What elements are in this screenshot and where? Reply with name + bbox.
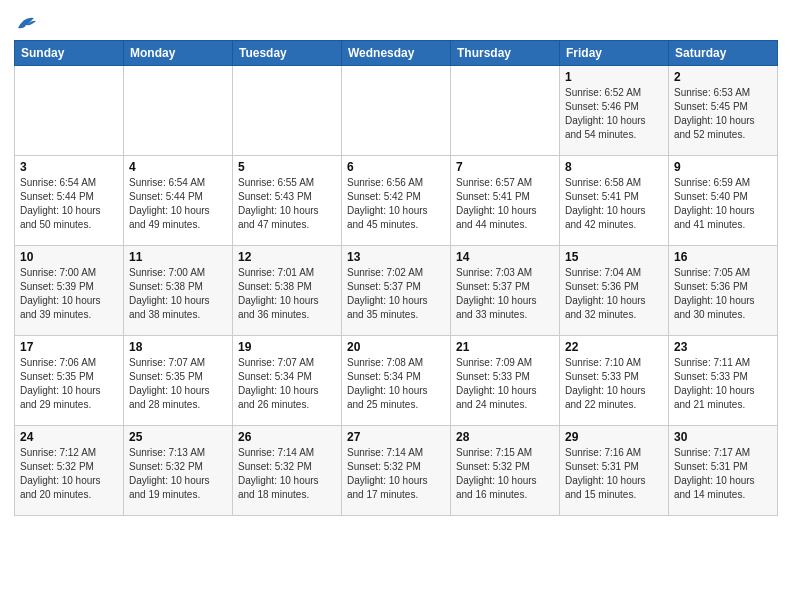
day-info: Sunrise: 6:58 AM Sunset: 5:41 PM Dayligh… bbox=[565, 176, 663, 232]
calendar-week-2: 3Sunrise: 6:54 AM Sunset: 5:44 PM Daylig… bbox=[15, 156, 778, 246]
calendar-cell: 30Sunrise: 7:17 AM Sunset: 5:31 PM Dayli… bbox=[669, 426, 778, 516]
day-number: 1 bbox=[565, 70, 663, 84]
day-info: Sunrise: 6:54 AM Sunset: 5:44 PM Dayligh… bbox=[20, 176, 118, 232]
day-number: 2 bbox=[674, 70, 772, 84]
logo-text bbox=[14, 14, 38, 36]
day-info: Sunrise: 7:09 AM Sunset: 5:33 PM Dayligh… bbox=[456, 356, 554, 412]
day-number: 14 bbox=[456, 250, 554, 264]
day-info: Sunrise: 6:56 AM Sunset: 5:42 PM Dayligh… bbox=[347, 176, 445, 232]
day-number: 13 bbox=[347, 250, 445, 264]
calendar-cell: 12Sunrise: 7:01 AM Sunset: 5:38 PM Dayli… bbox=[233, 246, 342, 336]
day-info: Sunrise: 7:10 AM Sunset: 5:33 PM Dayligh… bbox=[565, 356, 663, 412]
calendar-cell: 23Sunrise: 7:11 AM Sunset: 5:33 PM Dayli… bbox=[669, 336, 778, 426]
calendar-week-3: 10Sunrise: 7:00 AM Sunset: 5:39 PM Dayli… bbox=[15, 246, 778, 336]
calendar-cell: 16Sunrise: 7:05 AM Sunset: 5:36 PM Dayli… bbox=[669, 246, 778, 336]
calendar-cell: 27Sunrise: 7:14 AM Sunset: 5:32 PM Dayli… bbox=[342, 426, 451, 516]
day-number: 10 bbox=[20, 250, 118, 264]
day-info: Sunrise: 6:54 AM Sunset: 5:44 PM Dayligh… bbox=[129, 176, 227, 232]
day-info: Sunrise: 7:14 AM Sunset: 5:32 PM Dayligh… bbox=[347, 446, 445, 502]
day-info: Sunrise: 7:07 AM Sunset: 5:35 PM Dayligh… bbox=[129, 356, 227, 412]
day-header-tuesday: Tuesday bbox=[233, 41, 342, 66]
calendar-cell: 11Sunrise: 7:00 AM Sunset: 5:38 PM Dayli… bbox=[124, 246, 233, 336]
calendar-cell bbox=[15, 66, 124, 156]
day-info: Sunrise: 7:11 AM Sunset: 5:33 PM Dayligh… bbox=[674, 356, 772, 412]
day-info: Sunrise: 7:14 AM Sunset: 5:32 PM Dayligh… bbox=[238, 446, 336, 502]
calendar-cell: 13Sunrise: 7:02 AM Sunset: 5:37 PM Dayli… bbox=[342, 246, 451, 336]
day-header-friday: Friday bbox=[560, 41, 669, 66]
calendar-cell: 19Sunrise: 7:07 AM Sunset: 5:34 PM Dayli… bbox=[233, 336, 342, 426]
day-number: 26 bbox=[238, 430, 336, 444]
day-number: 6 bbox=[347, 160, 445, 174]
calendar-cell: 21Sunrise: 7:09 AM Sunset: 5:33 PM Dayli… bbox=[451, 336, 560, 426]
day-number: 22 bbox=[565, 340, 663, 354]
day-info: Sunrise: 7:07 AM Sunset: 5:34 PM Dayligh… bbox=[238, 356, 336, 412]
day-number: 11 bbox=[129, 250, 227, 264]
calendar-cell: 6Sunrise: 6:56 AM Sunset: 5:42 PM Daylig… bbox=[342, 156, 451, 246]
calendar-cell: 22Sunrise: 7:10 AM Sunset: 5:33 PM Dayli… bbox=[560, 336, 669, 426]
calendar-cell: 28Sunrise: 7:15 AM Sunset: 5:32 PM Dayli… bbox=[451, 426, 560, 516]
calendar-cell: 1Sunrise: 6:52 AM Sunset: 5:46 PM Daylig… bbox=[560, 66, 669, 156]
day-info: Sunrise: 7:01 AM Sunset: 5:38 PM Dayligh… bbox=[238, 266, 336, 322]
header bbox=[14, 10, 778, 36]
day-number: 8 bbox=[565, 160, 663, 174]
day-info: Sunrise: 6:55 AM Sunset: 5:43 PM Dayligh… bbox=[238, 176, 336, 232]
day-header-thursday: Thursday bbox=[451, 41, 560, 66]
calendar-cell: 17Sunrise: 7:06 AM Sunset: 5:35 PM Dayli… bbox=[15, 336, 124, 426]
calendar-cell: 9Sunrise: 6:59 AM Sunset: 5:40 PM Daylig… bbox=[669, 156, 778, 246]
day-info: Sunrise: 7:00 AM Sunset: 5:38 PM Dayligh… bbox=[129, 266, 227, 322]
logo bbox=[14, 10, 38, 36]
calendar-week-5: 24Sunrise: 7:12 AM Sunset: 5:32 PM Dayli… bbox=[15, 426, 778, 516]
day-number: 27 bbox=[347, 430, 445, 444]
day-header-saturday: Saturday bbox=[669, 41, 778, 66]
day-number: 23 bbox=[674, 340, 772, 354]
day-number: 24 bbox=[20, 430, 118, 444]
day-number: 19 bbox=[238, 340, 336, 354]
calendar-cell: 10Sunrise: 7:00 AM Sunset: 5:39 PM Dayli… bbox=[15, 246, 124, 336]
day-number: 7 bbox=[456, 160, 554, 174]
calendar-cell: 15Sunrise: 7:04 AM Sunset: 5:36 PM Dayli… bbox=[560, 246, 669, 336]
day-number: 12 bbox=[238, 250, 336, 264]
day-info: Sunrise: 7:06 AM Sunset: 5:35 PM Dayligh… bbox=[20, 356, 118, 412]
day-number: 18 bbox=[129, 340, 227, 354]
calendar-cell bbox=[233, 66, 342, 156]
day-number: 3 bbox=[20, 160, 118, 174]
day-info: Sunrise: 7:08 AM Sunset: 5:34 PM Dayligh… bbox=[347, 356, 445, 412]
day-header-wednesday: Wednesday bbox=[342, 41, 451, 66]
calendar-cell: 18Sunrise: 7:07 AM Sunset: 5:35 PM Dayli… bbox=[124, 336, 233, 426]
day-info: Sunrise: 6:57 AM Sunset: 5:41 PM Dayligh… bbox=[456, 176, 554, 232]
day-header-sunday: Sunday bbox=[15, 41, 124, 66]
day-info: Sunrise: 7:03 AM Sunset: 5:37 PM Dayligh… bbox=[456, 266, 554, 322]
day-number: 15 bbox=[565, 250, 663, 264]
day-header-monday: Monday bbox=[124, 41, 233, 66]
calendar-cell bbox=[451, 66, 560, 156]
page: SundayMondayTuesdayWednesdayThursdayFrid… bbox=[0, 0, 792, 526]
calendar-week-4: 17Sunrise: 7:06 AM Sunset: 5:35 PM Dayli… bbox=[15, 336, 778, 426]
calendar-cell: 29Sunrise: 7:16 AM Sunset: 5:31 PM Dayli… bbox=[560, 426, 669, 516]
day-number: 21 bbox=[456, 340, 554, 354]
day-info: Sunrise: 7:02 AM Sunset: 5:37 PM Dayligh… bbox=[347, 266, 445, 322]
day-info: Sunrise: 7:04 AM Sunset: 5:36 PM Dayligh… bbox=[565, 266, 663, 322]
day-info: Sunrise: 7:17 AM Sunset: 5:31 PM Dayligh… bbox=[674, 446, 772, 502]
day-number: 20 bbox=[347, 340, 445, 354]
day-info: Sunrise: 7:15 AM Sunset: 5:32 PM Dayligh… bbox=[456, 446, 554, 502]
calendar-cell: 26Sunrise: 7:14 AM Sunset: 5:32 PM Dayli… bbox=[233, 426, 342, 516]
calendar-cell: 2Sunrise: 6:53 AM Sunset: 5:45 PM Daylig… bbox=[669, 66, 778, 156]
day-number: 9 bbox=[674, 160, 772, 174]
calendar-cell: 3Sunrise: 6:54 AM Sunset: 5:44 PM Daylig… bbox=[15, 156, 124, 246]
day-number: 17 bbox=[20, 340, 118, 354]
calendar-cell: 20Sunrise: 7:08 AM Sunset: 5:34 PM Dayli… bbox=[342, 336, 451, 426]
day-info: Sunrise: 7:13 AM Sunset: 5:32 PM Dayligh… bbox=[129, 446, 227, 502]
calendar-cell bbox=[342, 66, 451, 156]
logo-bird-icon bbox=[16, 14, 38, 32]
day-number: 25 bbox=[129, 430, 227, 444]
calendar-cell bbox=[124, 66, 233, 156]
day-info: Sunrise: 7:05 AM Sunset: 5:36 PM Dayligh… bbox=[674, 266, 772, 322]
day-number: 30 bbox=[674, 430, 772, 444]
day-number: 5 bbox=[238, 160, 336, 174]
day-info: Sunrise: 6:59 AM Sunset: 5:40 PM Dayligh… bbox=[674, 176, 772, 232]
day-number: 29 bbox=[565, 430, 663, 444]
day-number: 16 bbox=[674, 250, 772, 264]
day-number: 28 bbox=[456, 430, 554, 444]
day-info: Sunrise: 6:52 AM Sunset: 5:46 PM Dayligh… bbox=[565, 86, 663, 142]
calendar-cell: 8Sunrise: 6:58 AM Sunset: 5:41 PM Daylig… bbox=[560, 156, 669, 246]
